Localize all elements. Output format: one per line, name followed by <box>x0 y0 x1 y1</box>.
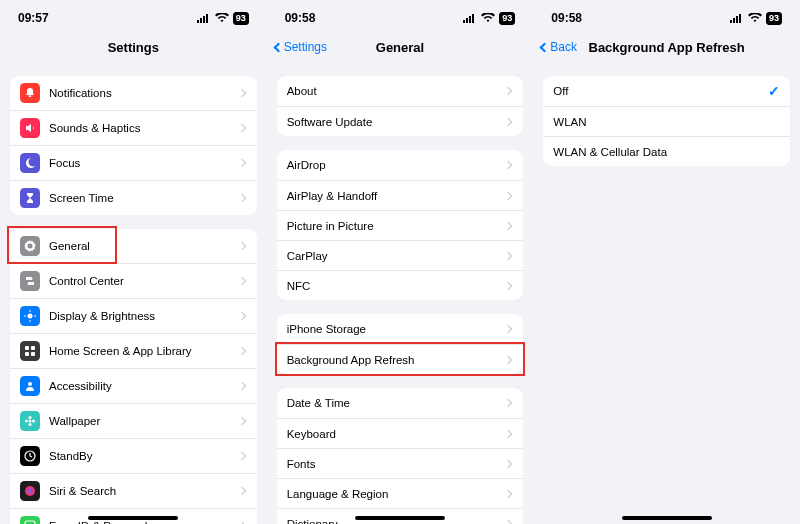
home-indicator[interactable] <box>622 516 712 520</box>
svg-rect-30 <box>469 16 471 23</box>
row-sounds-haptics[interactable]: Sounds & Haptics <box>10 110 257 145</box>
row-label: Notifications <box>49 87 239 99</box>
row-siri-search[interactable]: Siri & Search <box>10 473 257 508</box>
chevron-right-icon <box>504 117 512 125</box>
row-background-app-refresh[interactable]: Background App Refresh <box>277 344 524 374</box>
clock-icon <box>20 446 40 466</box>
battery-indicator: 93 <box>499 12 515 25</box>
chevron-right-icon <box>504 325 512 333</box>
row-keyboard[interactable]: Keyboard <box>277 418 524 448</box>
row-label: Software Update <box>287 116 506 128</box>
back-button[interactable]: Settings <box>275 40 327 54</box>
row-nfc[interactable]: NFC <box>277 270 524 300</box>
row-date-time[interactable]: Date & Time <box>277 388 524 418</box>
home-indicator[interactable] <box>88 516 178 520</box>
row-home-screen-app-library[interactable]: Home Screen & App Library <box>10 333 257 368</box>
svg-rect-31 <box>472 14 474 23</box>
svg-rect-10 <box>31 346 35 350</box>
row-general[interactable]: General <box>10 229 257 263</box>
chevron-right-icon <box>237 124 245 132</box>
svg-point-4 <box>28 314 33 319</box>
row-wlan[interactable]: WLAN <box>543 106 790 136</box>
svg-rect-3 <box>206 14 208 23</box>
row-about[interactable]: About <box>277 76 524 106</box>
row-wallpaper[interactable]: Wallpaper <box>10 403 257 438</box>
row-standby[interactable]: StandBy <box>10 438 257 473</box>
svg-rect-11 <box>25 352 29 356</box>
svg-rect-28 <box>463 20 465 23</box>
moon-icon <box>20 153 40 173</box>
wifi-icon <box>481 13 495 23</box>
row-label: Face ID & Passcode <box>49 520 239 524</box>
chevron-right-icon <box>504 87 512 95</box>
row-label: Fonts <box>287 458 506 470</box>
row-accessibility[interactable]: Accessibility <box>10 368 257 403</box>
content-scroll[interactable]: Off ✓ WLAN WLAN & Cellular Data <box>533 62 800 166</box>
wifi-icon <box>748 13 762 23</box>
chevron-right-icon <box>237 347 245 355</box>
chevron-right-icon <box>237 452 245 460</box>
chevron-right-icon <box>504 459 512 467</box>
svg-rect-34 <box>736 16 738 23</box>
cellular-signal-icon <box>730 13 744 23</box>
row-display-brightness[interactable]: Display & Brightness <box>10 298 257 333</box>
bell-icon <box>20 83 40 103</box>
row-iphone-storage[interactable]: iPhone Storage <box>277 314 524 344</box>
row-airplay-handoff[interactable]: AirPlay & Handoff <box>277 180 524 210</box>
svg-rect-32 <box>730 20 732 23</box>
row-label: Background App Refresh <box>287 354 506 366</box>
row-language-region[interactable]: Language & Region <box>277 478 524 508</box>
row-label: Siri & Search <box>49 485 239 497</box>
status-right: 93 <box>730 12 782 25</box>
status-bar: 09:58 93 <box>533 4 800 32</box>
chevron-right-icon <box>504 489 512 497</box>
chevron-right-icon <box>237 487 245 495</box>
row-focus[interactable]: Focus <box>10 145 257 180</box>
chevron-right-icon <box>237 89 245 97</box>
row-label: Home Screen & App Library <box>49 345 239 357</box>
chevron-right-icon <box>237 194 245 202</box>
home-indicator[interactable] <box>355 516 445 520</box>
row-label: Date & Time <box>287 397 506 409</box>
row-label: Wallpaper <box>49 415 239 427</box>
svg-point-17 <box>25 420 28 423</box>
row-label: Language & Region <box>287 488 506 500</box>
row-airdrop[interactable]: AirDrop <box>277 150 524 180</box>
row-label: About <box>287 85 506 97</box>
row-label: Focus <box>49 157 239 169</box>
svg-rect-12 <box>31 352 35 356</box>
content-scroll[interactable]: Notifications Sounds & Haptics Focus Scr… <box>0 62 267 524</box>
svg-point-15 <box>29 416 32 419</box>
row-wlan-cellular-data[interactable]: WLAN & Cellular Data <box>543 136 790 166</box>
svg-point-20 <box>25 486 35 496</box>
status-time: 09:58 <box>551 11 582 25</box>
content-scroll[interactable]: About Software Update AirDrop AirPlay & … <box>267 62 534 524</box>
chevron-left-icon <box>273 42 283 52</box>
row-carplay[interactable]: CarPlay <box>277 240 524 270</box>
grid-icon <box>20 341 40 361</box>
row-label: Screen Time <box>49 192 239 204</box>
cellular-signal-icon <box>197 13 211 23</box>
row-picture-in-picture[interactable]: Picture in Picture <box>277 210 524 240</box>
row-off[interactable]: Off ✓ <box>543 76 790 106</box>
chevron-right-icon <box>237 242 245 250</box>
row-fonts[interactable]: Fonts <box>277 448 524 478</box>
svg-rect-2 <box>203 16 205 23</box>
row-label: Control Center <box>49 275 239 287</box>
row-software-update[interactable]: Software Update <box>277 106 524 136</box>
nav-bar: Settings General <box>267 32 534 62</box>
wifi-icon <box>215 13 229 23</box>
back-button[interactable]: Back <box>541 40 577 54</box>
row-notifications[interactable]: Notifications <box>10 76 257 110</box>
row-control-center[interactable]: Control Center <box>10 263 257 298</box>
row-label: General <box>49 240 239 252</box>
svg-rect-35 <box>739 14 741 23</box>
row-label: Keyboard <box>287 428 506 440</box>
svg-rect-0 <box>197 20 199 23</box>
row-screen-time[interactable]: Screen Time <box>10 180 257 215</box>
back-label: Back <box>550 40 577 54</box>
checkmark-icon: ✓ <box>768 83 780 99</box>
person-icon <box>20 376 40 396</box>
settings-group: Notifications Sounds & Haptics Focus Scr… <box>10 76 257 215</box>
battery-indicator: 93 <box>233 12 249 25</box>
